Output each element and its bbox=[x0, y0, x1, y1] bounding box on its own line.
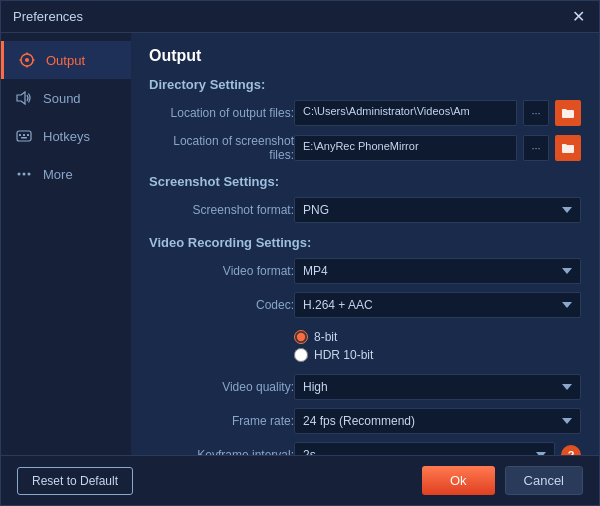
video-codec-row: Codec: H.264 + AAC bbox=[149, 292, 581, 318]
screenshot-format-label: Screenshot format: bbox=[149, 203, 294, 217]
footer-actions: Ok Cancel bbox=[422, 466, 583, 495]
svg-rect-10 bbox=[27, 134, 29, 136]
video-format-row: Video format: MP4 bbox=[149, 258, 581, 284]
sidebar: Output Sound bbox=[1, 33, 131, 455]
video-format-select[interactable]: MP4 bbox=[294, 258, 581, 284]
video-codec-label: Codec: bbox=[149, 298, 294, 312]
keyframe-select[interactable]: 2s bbox=[294, 442, 555, 455]
framerate-row: Frame rate: 24 fps (Recommend) bbox=[149, 408, 581, 434]
directory-section-title: Directory Settings: bbox=[149, 77, 581, 92]
bit-depth-field: 8-bit HDR 10-bit bbox=[294, 326, 581, 366]
video-quality-select[interactable]: High bbox=[294, 374, 581, 400]
keyframe-field: 2s ? bbox=[294, 442, 581, 455]
output-path-input[interactable]: C:\Users\Administrator\Videos\Am bbox=[294, 100, 517, 126]
output-folder-button[interactable] bbox=[555, 100, 581, 126]
svg-rect-8 bbox=[19, 134, 21, 136]
hotkeys-icon bbox=[15, 127, 33, 145]
output-path-label: Location of output files: bbox=[149, 106, 294, 120]
svg-point-14 bbox=[28, 173, 31, 176]
svg-point-12 bbox=[18, 173, 21, 176]
main-content: Output Directory Settings: Location of o… bbox=[131, 33, 599, 455]
cancel-button[interactable]: Cancel bbox=[505, 466, 583, 495]
sidebar-item-hotkeys[interactable]: Hotkeys bbox=[1, 117, 131, 155]
sidebar-item-output[interactable]: Output bbox=[1, 41, 131, 79]
video-codec-field: H.264 + AAC bbox=[294, 292, 581, 318]
sidebar-item-more[interactable]: More bbox=[1, 155, 131, 193]
framerate-label: Frame rate: bbox=[149, 414, 294, 428]
video-format-field: MP4 bbox=[294, 258, 581, 284]
video-codec-select[interactable]: H.264 + AAC bbox=[294, 292, 581, 318]
svg-point-1 bbox=[25, 58, 29, 62]
output-icon bbox=[18, 51, 36, 69]
output-path-field: C:\Users\Administrator\Videos\Am ··· bbox=[294, 100, 581, 126]
video-quality-row: Video quality: High bbox=[149, 374, 581, 400]
keyframe-label: Keyframe interval: bbox=[149, 448, 294, 455]
sidebar-hotkeys-label: Hotkeys bbox=[43, 129, 90, 144]
more-icon bbox=[15, 165, 33, 183]
footer: Reset to Default Ok Cancel bbox=[1, 455, 599, 505]
video-quality-label: Video quality: bbox=[149, 380, 294, 394]
video-section-title: Video Recording Settings: bbox=[149, 235, 581, 250]
svg-marker-6 bbox=[17, 92, 25, 104]
bit-depth-group: 8-bit HDR 10-bit bbox=[294, 326, 373, 366]
framerate-select[interactable]: 24 fps (Recommend) bbox=[294, 408, 581, 434]
hdr-label: HDR 10-bit bbox=[314, 348, 373, 362]
screenshot-path-label: Location of screenshot files: bbox=[149, 134, 294, 162]
hdr-row: HDR 10-bit bbox=[294, 348, 373, 362]
video-format-label: Video format: bbox=[149, 264, 294, 278]
preferences-window: Preferences ✕ Output bbox=[0, 0, 600, 506]
screenshot-folder-button[interactable] bbox=[555, 135, 581, 161]
titlebar: Preferences ✕ bbox=[1, 1, 599, 33]
sidebar-sound-label: Sound bbox=[43, 91, 81, 106]
screenshot-format-row: Screenshot format: PNG bbox=[149, 197, 581, 223]
output-path-dots-button[interactable]: ··· bbox=[523, 100, 549, 126]
output-path-row: Location of output files: C:\Users\Admin… bbox=[149, 100, 581, 126]
bit-depth-row: 8-bit HDR 10-bit bbox=[149, 326, 581, 366]
window-title: Preferences bbox=[13, 9, 83, 24]
8bit-row: 8-bit bbox=[294, 330, 373, 344]
screenshot-path-row: Location of screenshot files: E:\AnyRec … bbox=[149, 134, 581, 162]
svg-rect-9 bbox=[23, 134, 25, 136]
screenshot-path-input[interactable]: E:\AnyRec PhoneMirror bbox=[294, 135, 517, 161]
screenshot-format-field: PNG bbox=[294, 197, 581, 223]
screenshot-section-title: Screenshot Settings: bbox=[149, 174, 581, 189]
svg-point-13 bbox=[23, 173, 26, 176]
reset-button[interactable]: Reset to Default bbox=[17, 467, 133, 495]
content-area: Output Sound bbox=[1, 33, 599, 455]
framerate-field: 24 fps (Recommend) bbox=[294, 408, 581, 434]
sidebar-more-label: More bbox=[43, 167, 73, 182]
8bit-radio[interactable] bbox=[294, 330, 308, 344]
ok-button[interactable]: Ok bbox=[422, 466, 495, 495]
keyframe-row: Keyframe interval: 2s ? bbox=[149, 442, 581, 455]
screenshot-path-dots-button[interactable]: ··· bbox=[523, 135, 549, 161]
screenshot-path-field: E:\AnyRec PhoneMirror ··· bbox=[294, 135, 581, 161]
close-button[interactable]: ✕ bbox=[569, 8, 587, 26]
screenshot-format-select[interactable]: PNG bbox=[294, 197, 581, 223]
video-quality-field: High bbox=[294, 374, 581, 400]
section-title: Output bbox=[149, 47, 581, 65]
keyframe-help-button[interactable]: ? bbox=[561, 445, 581, 455]
hdr-radio[interactable] bbox=[294, 348, 308, 362]
sidebar-item-sound[interactable]: Sound bbox=[1, 79, 131, 117]
8bit-label: 8-bit bbox=[314, 330, 337, 344]
sound-icon bbox=[15, 89, 33, 107]
sidebar-output-label: Output bbox=[46, 53, 85, 68]
svg-rect-11 bbox=[21, 137, 27, 139]
